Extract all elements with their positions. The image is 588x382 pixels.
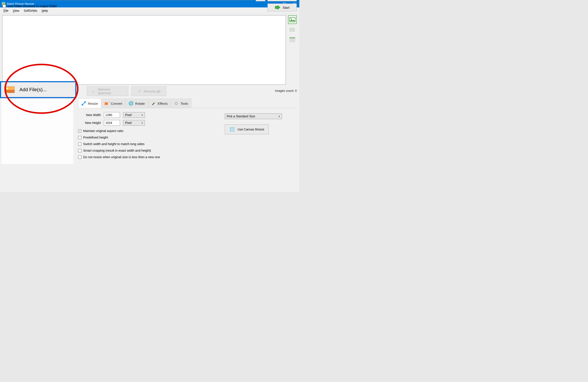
predefined-height-label: Predefined height (83, 136, 108, 139)
smart-crop-label: Smart cropping (result in exact width an… (83, 149, 151, 152)
chevron-left-icon (137, 89, 142, 93)
height-unit-value: Pixel (125, 121, 132, 125)
maintain-aspect-checkbox[interactable]: ✓ Maintain original aspect ratio (78, 129, 216, 133)
new-height-label: New Height (78, 121, 102, 125)
tab-tools[interactable]: Tools (171, 99, 191, 108)
use-folder-structure-checkbox[interactable]: Use folder structure in output folder (3, 4, 57, 8)
no-upscale-label: Do not resize when original size is less… (83, 155, 160, 159)
resize-icon (81, 101, 86, 106)
height-unit-select[interactable]: Pixel▾ (123, 120, 145, 126)
svg-rect-7 (291, 28, 295, 29)
destination-combobox[interactable]: ▾ (20, 0, 253, 0)
tab-rotate[interactable]: Rotate (125, 99, 148, 108)
checkbox-checked-icon: ✓ (78, 129, 81, 133)
app-window: Batch Picture Resizer File View SoftOrbi… (0, 0, 299, 192)
checkbox-icon (78, 149, 81, 152)
use-folder-structure-label: Use folder structure in output folder (8, 4, 57, 8)
svg-point-23 (176, 103, 177, 104)
option-tabs: Resize Convert Rotate Effects Tools (78, 99, 191, 108)
start-button[interactable]: Start (268, 3, 297, 11)
svg-point-20 (130, 103, 132, 104)
no-upscale-checkbox[interactable]: Do not resize when original size is less… (78, 155, 216, 159)
smart-crop-checkbox[interactable]: Smart cropping (result in exact width an… (78, 149, 216, 152)
chevron-down-icon: ▾ (142, 114, 143, 116)
remove-all-button[interactable]: Remove All (131, 86, 166, 96)
svg-rect-11 (291, 31, 295, 31)
tab-resize-label: Resize (88, 102, 98, 105)
add-files-button[interactable]: Add File(s)... (0, 81, 76, 98)
standard-size-select[interactable]: Pick a Standard Size ▾ (225, 113, 282, 119)
tab-tools-label: Tools (180, 102, 188, 105)
images-count-label: Images count: 0 (275, 89, 297, 92)
checkbox-icon (78, 156, 81, 159)
canvas-icon (229, 127, 235, 132)
new-width-label: New Width (78, 113, 102, 117)
view-list-button[interactable] (288, 25, 297, 34)
view-mode-toolbar (288, 15, 298, 45)
browse-destination-button[interactable] (256, 0, 265, 1)
tab-effects[interactable]: Effects (148, 99, 171, 108)
switch-wh-label: Switch width and height to match long si… (83, 142, 145, 146)
new-width-input[interactable] (104, 112, 120, 118)
tab-resize[interactable]: Resize (78, 99, 101, 108)
checkbox-icon (78, 143, 81, 146)
options-button[interactable]: Options (268, 0, 297, 1)
canvas-resize-label: Use Canvas Resize (238, 128, 264, 131)
new-height-input[interactable] (104, 120, 120, 126)
gear-icon (174, 101, 179, 106)
play-arrow-icon (275, 5, 280, 10)
preview-area[interactable] (2, 15, 286, 85)
predefined-height-checkbox[interactable]: Predefined height (78, 136, 216, 139)
tab-convert[interactable]: Convert (101, 99, 126, 108)
picture-file-icon (5, 86, 15, 93)
picture-icon (289, 17, 295, 22)
rotate-icon (128, 101, 133, 106)
grid-icon (290, 37, 295, 42)
svg-rect-9 (291, 29, 295, 30)
list-icon (290, 27, 295, 32)
svg-line-21 (152, 103, 155, 105)
tab-effects-label: Effects (158, 102, 168, 105)
add-files-label: Add File(s)... (20, 87, 47, 92)
svg-point-5 (291, 18, 292, 20)
width-unit-value: Pixel (125, 113, 132, 117)
bottom-bar: Destination ▾ Options Use folder structu… (0, 0, 299, 14)
resize-panel: New Width Pixel▾ New Height Pixel▾ ✓ Mai… (78, 108, 297, 162)
checkbox-icon (3, 5, 6, 8)
standard-size-value: Pick a Standard Size (227, 115, 255, 118)
remove-selected-button[interactable]: Remove Selected (87, 86, 128, 96)
svg-point-8 (290, 29, 291, 30)
blank-panel (1, 99, 73, 164)
canvas-resize-button[interactable]: Use Canvas Resize (225, 124, 269, 134)
view-grid-button[interactable] (288, 35, 297, 44)
svg-rect-12 (290, 37, 295, 38)
start-label: Start (283, 6, 290, 9)
chevron-down-icon: ▾ (142, 122, 143, 124)
svg-point-6 (290, 28, 291, 29)
svg-rect-24 (230, 127, 234, 131)
tab-convert-label: Convert (111, 102, 122, 105)
tab-rotate-label: Rotate (135, 102, 145, 105)
eraser-icon (91, 89, 96, 93)
checkbox-icon (78, 136, 81, 139)
convert-icon (104, 101, 109, 106)
chevron-down-icon: ▾ (279, 115, 280, 118)
width-unit-select[interactable]: Pixel▾ (123, 112, 145, 118)
switch-wh-checkbox[interactable]: Switch width and height to match long si… (78, 142, 216, 146)
view-thumbnails-button[interactable] (288, 15, 297, 24)
maintain-aspect-label: Maintain original aspect ratio (83, 129, 124, 133)
svg-point-10 (290, 31, 291, 31)
wand-icon (151, 101, 156, 106)
svg-rect-18 (105, 102, 108, 105)
